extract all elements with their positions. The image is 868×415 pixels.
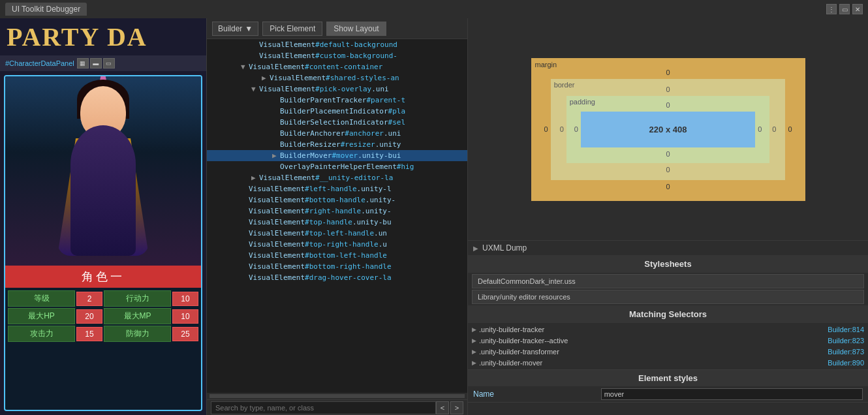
breadcrumb-text: #CharacterDataPanel: [5, 59, 74, 67]
tree-item[interactable]: ▶VisualElement #__unity-editor-la: [207, 172, 467, 183]
content-size: 220 x 408: [649, 125, 687, 134]
selector-source: Builder:873: [668, 346, 864, 357]
border-box: border 0 0 padding 0 0 220 x 408: [551, 79, 786, 180]
border-top-value: 0: [557, 85, 779, 93]
margin-right-value: 0: [785, 125, 794, 133]
tree-class: .uni: [384, 129, 401, 138]
margin-label: margin: [535, 61, 557, 69]
stat-label: 行动力: [104, 290, 171, 307]
selector-name: .unity-builder-tracker: [479, 326, 544, 333]
selector-left[interactable]: ▶.unity-builder-tracker: [472, 324, 668, 335]
tree-type: BuilderMover: [280, 151, 332, 160]
breadcrumb-icon-2[interactable]: ▬: [90, 58, 102, 69]
search-input[interactable]: [211, 401, 436, 414]
kebab-menu-btn[interactable]: ⋮: [826, 4, 837, 14]
debugger-toolbar: Builder ▼ Pick Element Show Layout: [207, 18, 467, 39]
padding-left-value: 0: [572, 125, 581, 133]
stat-value: 10: [172, 292, 198, 306]
h-scroll-track: [209, 394, 465, 398]
tree-id: #parent-t: [366, 96, 405, 104]
stats-grid: 等级 2 行动力 10 最大HP 20 最大MP 10 攻击力 15 防御力 2…: [5, 288, 201, 345]
tree-type: VisualElement: [270, 74, 326, 82]
margin-middle-row: 0 border 0 0 padding 0 0: [542, 79, 795, 180]
stylesheets-header: Stylesheets: [468, 255, 868, 273]
stat-row: 攻击力 15: [8, 326, 102, 342]
dropdown-arrow-icon: ▼: [245, 24, 253, 33]
tree-item[interactable]: OverlayPainterHelperElement #hig: [207, 161, 467, 172]
selector-left[interactable]: ▶.unity-builder-mover: [472, 358, 668, 368]
title-bar: UI Toolkit Debugger ⋮ ▭ ✕: [0, 0, 868, 18]
tree-type: BuilderParentTracker: [280, 96, 366, 104]
box-model-container: margin 0 0 border 0 0 padding 0: [468, 18, 868, 240]
tree-bottom-bar: < >: [207, 399, 467, 415]
stat-row: 最大HP 20: [8, 308, 102, 324]
show-layout-btn[interactable]: Show Layout: [326, 22, 386, 36]
restore-btn[interactable]: ▭: [839, 4, 850, 14]
tree-item[interactable]: VisualElement #left-handle .unity-l: [207, 183, 467, 194]
breadcrumb-icon-3[interactable]: ▭: [103, 58, 115, 69]
pick-element-btn[interactable]: Pick Element: [262, 22, 322, 36]
tree-item[interactable]: BuilderSelectionIndicator #sel: [207, 117, 467, 128]
tree-type: BuilderPlacementIndicator: [280, 107, 388, 115]
tree-type: VisualElement: [249, 240, 305, 249]
prev-btn[interactable]: <: [436, 401, 449, 414]
breadcrumb-icon-1[interactable]: ▦: [77, 58, 89, 69]
stylesheet-item[interactable]: Library/unity editor resources: [472, 290, 864, 304]
matching-selectors-grid: ▶.unity-builder-trackerBuilder:814▶.unit…: [468, 323, 868, 369]
tree-item[interactable]: VisualElement #default-background: [207, 39, 467, 50]
uxml-dump-section[interactable]: ▶ UXML Dump: [468, 240, 868, 255]
element-name-row: Name: [468, 386, 868, 403]
tree-item[interactable]: VisualElement #bottom-handle .unity-: [207, 194, 467, 206]
border-label: border: [554, 81, 575, 89]
selector-left[interactable]: ▶.unity-builder-tracker--active: [472, 335, 668, 346]
tree-type: BuilderSelectionIndicator: [280, 118, 388, 127]
tree-arrow-icon: ▶: [262, 74, 270, 82]
selector-source: Builder:823: [668, 335, 864, 346]
tree-item[interactable]: VisualElement #top-left-handle .un: [207, 228, 467, 239]
element-name-label: Name: [473, 390, 601, 399]
tree-item[interactable]: BuilderResizer #resizer .unity: [207, 139, 467, 150]
tree-arrow-icon: ▼: [251, 85, 259, 93]
tree-item[interactable]: VisualElement #top-handle .unity-bu: [207, 217, 467, 228]
tree-item[interactable]: BuilderParentTracker #parent-t: [207, 95, 467, 106]
margin-left-value: 0: [542, 125, 551, 133]
tree-scroll-area[interactable]: VisualElement #default-background Visual…: [207, 39, 467, 393]
stat-value: 10: [172, 309, 198, 324]
tree-item[interactable]: VisualElement #right-handle .unity-: [207, 206, 467, 217]
tree-id: #bottom-left-handle: [305, 251, 387, 260]
tree-item[interactable]: VisualElement #drag-hover-cover-la: [207, 272, 467, 283]
builder-dropdown[interactable]: Builder ▼: [212, 22, 258, 36]
tree-item[interactable]: ▶BuilderMover #mover .unity-bui: [207, 150, 467, 161]
tree-type: VisualElement: [259, 174, 315, 182]
tree-item[interactable]: ▶VisualElement #shared-styles-an: [207, 72, 467, 84]
padding-box: padding 0 0 220 x 408 0 0: [566, 96, 770, 163]
horizontal-scrollbar[interactable]: [207, 393, 467, 399]
tree-type: BuilderAnchorer: [280, 129, 345, 138]
selector-source: Builder:890: [668, 358, 864, 368]
game-title: PARTY DA: [0, 18, 206, 55]
tree-item[interactable]: ▼VisualElement #content-container: [207, 61, 467, 72]
tree-id: #__unity-editor-la: [315, 174, 393, 182]
tree-item[interactable]: BuilderAnchorer #anchorer .uni: [207, 128, 467, 139]
element-name-input[interactable]: [601, 388, 863, 400]
tree-class: .unity-bu: [352, 218, 392, 226]
stylesheet-item[interactable]: DefaultCommonDark_inter.uss: [472, 274, 864, 288]
tree-item[interactable]: VisualElement #custom-background-: [207, 50, 467, 61]
tree-item[interactable]: ▼VisualElement #pick-overlay .uni: [207, 84, 467, 95]
tree-type: VisualElement: [249, 185, 305, 193]
tree-id: #sel: [388, 118, 406, 127]
close-btn[interactable]: ✕: [852, 4, 863, 14]
tree-id: #bottom-right-handle: [305, 262, 391, 271]
tree-class: .uni: [371, 85, 389, 93]
tree-id: #default-background: [315, 40, 397, 49]
selector-name: .unity-builder-transformer: [479, 348, 559, 356]
title-tab[interactable]: UI Toolkit Debugger: [5, 3, 87, 16]
selector-left[interactable]: ▶.unity-builder-transformer: [472, 346, 668, 357]
tree-item[interactable]: VisualElement #bottom-right-handle: [207, 261, 467, 272]
next-btn[interactable]: >: [450, 401, 463, 414]
tree-item[interactable]: VisualElement #top-right-handle .u: [207, 239, 467, 250]
tree-id: #mover: [332, 151, 358, 160]
margin-bottom-value: 0: [542, 183, 795, 191]
tree-item[interactable]: BuilderPlacementIndicator #pla: [207, 106, 467, 117]
tree-item[interactable]: VisualElement #bottom-left-handle: [207, 250, 467, 261]
